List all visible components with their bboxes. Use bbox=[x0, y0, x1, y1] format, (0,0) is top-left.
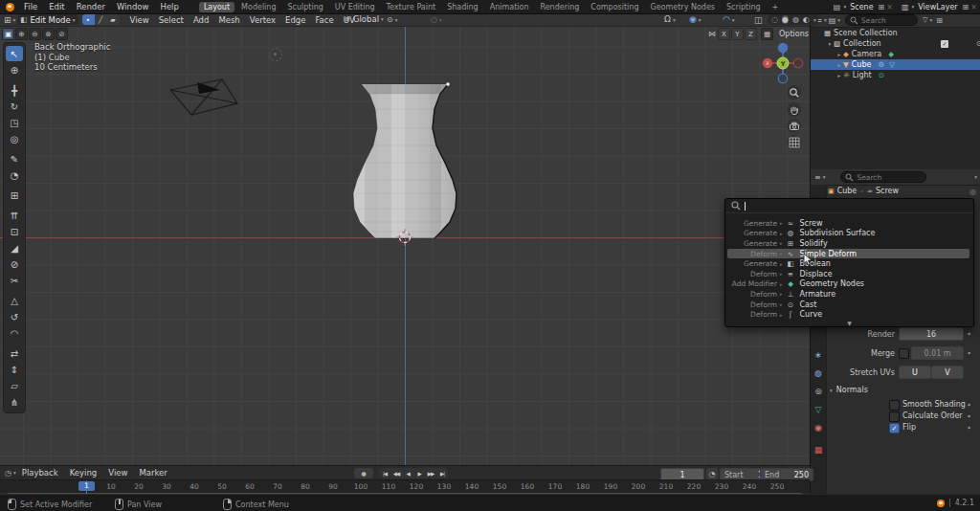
outliner-row-cube[interactable]: ▸▼Cube⚙▽⊙▣ bbox=[811, 59, 980, 70]
unlink-scene-icon[interactable]: × bbox=[886, 3, 893, 11]
jump-to-start-button[interactable]: |◀ bbox=[379, 468, 390, 478]
gizmo-x-negative[interactable] bbox=[793, 58, 803, 68]
workspace-tab-texture-paint[interactable]: Texture Paint bbox=[382, 2, 441, 12]
camera-object[interactable] bbox=[163, 71, 249, 121]
gizmo-z-axis[interactable] bbox=[778, 43, 788, 53]
workspace-tab-compositing[interactable]: Compositing bbox=[586, 2, 643, 12]
workspace-tab-scripting[interactable]: Scripting bbox=[722, 2, 766, 12]
modifier-menu-item-solidify[interactable]: Generate▸⊞Solidify bbox=[727, 238, 969, 249]
modifier-menu-item-subdivision-surface[interactable]: Generate▸◍Subdivision Surface bbox=[727, 229, 969, 239]
tool-spin[interactable]: ↺ bbox=[6, 309, 23, 324]
vertex-select-button[interactable]: ∙ bbox=[82, 14, 95, 25]
tool-extrude-region[interactable]: ⇈ bbox=[6, 208, 23, 223]
viewport-menu-edge[interactable]: Edge bbox=[285, 15, 305, 25]
face-select-button[interactable]: ▰ bbox=[107, 14, 120, 25]
scene-icon[interactable]: ▤ bbox=[834, 3, 841, 11]
auto-keying-button[interactable]: ● bbox=[354, 468, 373, 478]
use-preview-range-icon[interactable]: ◔ bbox=[706, 468, 718, 479]
calculate-order-checkbox[interactable] bbox=[889, 411, 900, 422]
shading-material-icon[interactable]: ◍ bbox=[792, 15, 799, 24]
tool-scale[interactable]: ◳ bbox=[6, 115, 23, 130]
workspace-tab-geometry-nodes[interactable]: Geometry Nodes bbox=[646, 2, 720, 12]
modifier-menu-item-geometry-nodes[interactable]: Add Modifier▸◆Geometry Nodes bbox=[727, 279, 969, 290]
scroll-down-icon[interactable]: ▼ bbox=[847, 320, 852, 326]
select-mode-new-icon[interactable]: ▣ bbox=[2, 28, 14, 40]
menu-edit[interactable]: Edit bbox=[49, 2, 64, 11]
scene-name[interactable]: Scene bbox=[850, 3, 873, 11]
merge-checkbox[interactable] bbox=[899, 348, 909, 359]
view-layer-icon[interactable]: ▥ bbox=[902, 3, 909, 11]
expand-icon[interactable]: ▸ bbox=[835, 52, 843, 57]
tab-material[interactable]: ◉ bbox=[812, 420, 825, 434]
tool-cursor[interactable]: ⊕ bbox=[6, 62, 23, 78]
stretch-u-toggle[interactable]: U bbox=[899, 366, 931, 379]
smooth-shading-checkbox[interactable] bbox=[889, 400, 900, 411]
outliner-search-input[interactable]: Search bbox=[845, 14, 918, 26]
workspace-tab-shading[interactable]: Shading bbox=[442, 2, 483, 12]
3d-viewport[interactable]: ▣⊕⊖⊗⊘ ⋈ XYZ ▦ Options ▾ Back Orthographi… bbox=[0, 26, 810, 465]
tab-particles[interactable]: ∗ bbox=[812, 347, 825, 362]
modifier-menu-item-simple-deform[interactable]: Deform▸∿Simple Deform bbox=[727, 249, 969, 259]
timeline-menu-marker[interactable]: Marker bbox=[139, 468, 167, 478]
tool-edge-slide[interactable]: ⇄ bbox=[6, 345, 23, 361]
viewport-menu-view[interactable]: View bbox=[130, 15, 149, 25]
xray-toggle-icon[interactable]: ◫ bbox=[754, 15, 763, 25]
normals-section-header[interactable]: ▾ Normals bbox=[828, 386, 868, 394]
stretch-v-toggle[interactable]: V bbox=[931, 366, 964, 379]
modifier-menu-item-screw[interactable]: Generate▸≈Screw bbox=[727, 218, 969, 229]
shading-wireframe-icon[interactable]: ◌ bbox=[771, 15, 778, 24]
menu-file[interactable]: File bbox=[24, 2, 37, 11]
expand-icon[interactable]: ▸ bbox=[835, 62, 843, 68]
render-steps-field[interactable]: 16 bbox=[899, 327, 964, 341]
timeline-menu-keying[interactable]: Keying bbox=[70, 468, 98, 478]
new-scene-icon[interactable]: ⊞ bbox=[879, 3, 885, 11]
select-mode-extend-icon[interactable]: ⊕ bbox=[15, 28, 28, 40]
workspace-tab-sculpting[interactable]: Sculpting bbox=[282, 2, 327, 12]
editor-type-icon[interactable]: ≡ bbox=[814, 173, 821, 182]
select-mode-invert-icon[interactable]: ⊗ bbox=[42, 28, 55, 40]
modifier-menu-item-armature[interactable]: Deform▸⊥Armature bbox=[727, 289, 969, 300]
viewport-menu-face[interactable]: Face bbox=[316, 15, 334, 25]
timeline-menu-playback[interactable]: Playback bbox=[22, 468, 58, 478]
workspace-tab-uv-editing[interactable]: UV Editing bbox=[330, 2, 380, 12]
select-mode-subtract-icon[interactable]: ⊖ bbox=[29, 28, 41, 40]
tool-transform[interactable]: ◎ bbox=[6, 131, 23, 146]
expand-icon[interactable]: ▸ bbox=[835, 73, 843, 78]
tool-rotate[interactable]: ↻ bbox=[6, 99, 23, 114]
viewport-menu-vertex[interactable]: Vertex bbox=[250, 15, 276, 25]
pivot-point-dropdown[interactable]: ⊙▾ bbox=[387, 14, 397, 24]
tool-loop-cut[interactable]: ⊘ bbox=[6, 256, 23, 272]
toggle-perspective-icon[interactable] bbox=[787, 135, 801, 149]
mirror-x-button[interactable]: X bbox=[718, 28, 730, 40]
options-dropdown[interactable]: Options bbox=[779, 30, 809, 38]
outliner-row-light[interactable]: ▸☼Light⊙⊙▣ bbox=[811, 70, 980, 80]
next-keyframe-button[interactable]: ▶▶ bbox=[425, 468, 436, 478]
workspace-tab-modeling[interactable]: Modeling bbox=[236, 2, 280, 12]
tool-tweak-select-box[interactable]: ↖ bbox=[6, 46, 23, 61]
tool-annotate[interactable]: ✎ bbox=[6, 151, 23, 167]
shading-rendered-icon[interactable]: ◐ bbox=[803, 15, 810, 24]
light-object[interactable] bbox=[269, 48, 282, 61]
filter-icon[interactable]: ▽ bbox=[923, 16, 927, 24]
shading-solid-icon[interactable]: ● bbox=[782, 15, 789, 24]
tool-inset-faces[interactable]: ⊡ bbox=[6, 224, 23, 239]
pan-hand-icon[interactable] bbox=[787, 102, 801, 117]
mirror-z-button[interactable]: Z bbox=[745, 28, 757, 40]
view-layer-name[interactable]: ViewLayer bbox=[918, 3, 957, 11]
viewport-menu-select[interactable]: Select bbox=[159, 15, 184, 25]
pin-icon[interactable]: ◎ bbox=[969, 188, 976, 196]
tab-texture[interactable]: ▦ bbox=[812, 442, 825, 456]
animate-dot-icon[interactable]: ◆ bbox=[968, 413, 970, 418]
viewport-menu-add[interactable]: Add bbox=[193, 15, 209, 25]
collapse-icon[interactable]: ▾ bbox=[826, 41, 834, 47]
new-collection-icon[interactable]: ⊞ bbox=[936, 16, 943, 25]
jump-to-end-button[interactable]: ▶| bbox=[436, 468, 448, 478]
tool-measure[interactable]: ◔ bbox=[6, 167, 23, 183]
tool-poly-build[interactable]: △ bbox=[6, 293, 23, 308]
snap-target-dropdown[interactable]: ◉▾ bbox=[689, 14, 702, 24]
tool-move[interactable]: ╋ bbox=[6, 82, 23, 98]
proportional-size-dropdown[interactable]: ○▾ bbox=[431, 14, 442, 24]
tool-shear[interactable]: ▱ bbox=[6, 378, 23, 393]
current-frame-marker[interactable]: 1 bbox=[78, 481, 95, 491]
tab-constraints[interactable]: ⊚ bbox=[812, 384, 825, 398]
